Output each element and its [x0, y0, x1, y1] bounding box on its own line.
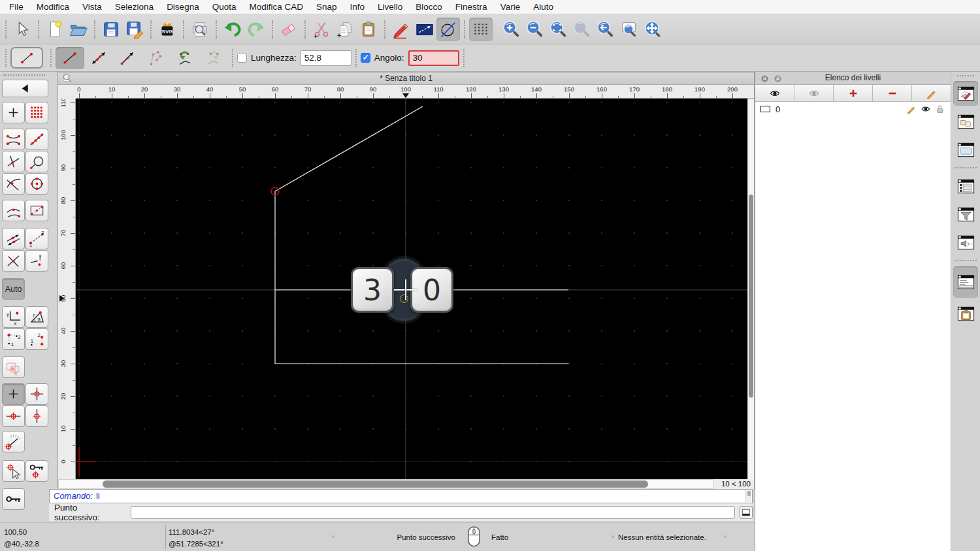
print-preview-button[interactable] — [188, 18, 212, 41]
menu-file[interactable]: File — [3, 2, 30, 12]
undock-icon[interactable] — [773, 74, 783, 84]
zoom-window-button[interactable] — [617, 18, 640, 41]
relative-corner-1-button[interactable]: 12 — [2, 328, 25, 350]
menu-vista[interactable]: Vista — [76, 2, 108, 12]
snap-center-button[interactable] — [25, 173, 48, 195]
dock-block-list-button[interactable] — [953, 109, 978, 134]
delete-entities-button[interactable] — [277, 18, 301, 41]
snap-relative-zero-button[interactable] — [2, 460, 25, 482]
restrict-orthogonal-button[interactable] — [25, 383, 48, 405]
polyline-button[interactable] — [142, 47, 171, 69]
snap-nearest-button[interactable] — [2, 200, 25, 221]
command-history-scrollbar[interactable] — [745, 490, 751, 502]
line-angle-button[interactable] — [84, 47, 113, 69]
pen-attributes-button[interactable] — [389, 18, 413, 41]
dock-entity-list-button[interactable] — [953, 174, 978, 198]
snap-distance-button[interactable]: 12 — [25, 228, 48, 249]
angle-checkbox[interactable] — [361, 53, 370, 63]
zoom-in-button[interactable] — [499, 18, 523, 41]
back-button[interactable] — [2, 80, 48, 97]
layer-lock-icon[interactable] — [935, 104, 945, 114]
menu-seleziona[interactable]: Seleziona — [108, 2, 160, 12]
save-document-as-button[interactable] — [123, 18, 146, 41]
command-input[interactable] — [131, 506, 736, 519]
paste-button[interactable] — [357, 18, 380, 41]
draw-order-button[interactable] — [436, 18, 460, 41]
edit-layer-button[interactable] — [912, 85, 951, 101]
layer-row[interactable]: 0 — [755, 102, 951, 116]
set-relative-zero-button[interactable] — [2, 431, 25, 452]
lock-relative-zero-button[interactable] — [25, 460, 48, 482]
angle-input[interactable] — [408, 50, 459, 66]
vertical-scrollbar[interactable] — [747, 99, 754, 479]
menu-livello[interactable]: Livello — [371, 2, 409, 12]
grid-toggle-button[interactable] — [469, 18, 493, 41]
close-icon[interactable] — [760, 74, 770, 84]
line-two-points-button[interactable] — [56, 47, 84, 69]
snap-auto-button[interactable]: Auto — [2, 278, 25, 300]
drawing-canvas[interactable]: 3 0 — [76, 99, 747, 479]
menu-varie[interactable]: Varie — [494, 2, 527, 12]
unlock-relative-zero-button[interactable] — [2, 488, 25, 510]
snap-free-button[interactable] — [2, 102, 25, 123]
snap-circle-button[interactable] — [25, 151, 48, 172]
open-document-button[interactable] — [67, 18, 90, 41]
menu-disegna[interactable]: Disegna — [160, 2, 206, 12]
layer-visibility-icon[interactable] — [921, 104, 931, 114]
restrict-vertical-button[interactable] — [25, 405, 48, 427]
horizontal-scrollbar-thumb[interactable] — [103, 480, 648, 488]
document-titlebar[interactable]: * Senza titolo 1 — [58, 72, 754, 85]
length-input[interactable] — [301, 50, 351, 66]
relative-corner-2-button[interactable]: 12 — [25, 328, 48, 350]
show-all-layers-button[interactable] — [755, 85, 794, 101]
cut-button[interactable] — [310, 18, 333, 41]
snap-grid-button[interactable] — [25, 102, 48, 123]
restrict-nothing-button[interactable] — [2, 383, 25, 405]
line-horizontal-button[interactable] — [113, 47, 142, 69]
menu-finestra[interactable]: Finestra — [449, 2, 494, 12]
menu-blocco[interactable]: Blocco — [409, 2, 449, 12]
snap-endpoints-button[interactable] — [2, 129, 25, 150]
menu-modifica-cad[interactable]: Modifica CAD — [242, 2, 310, 12]
dock-notifications-button[interactable] — [953, 230, 978, 255]
length-checkbox[interactable] — [237, 53, 247, 63]
entity-attributes-button[interactable] — [413, 18, 436, 41]
dock-entity-filter-button[interactable] — [953, 202, 978, 227]
new-document-button[interactable] — [43, 18, 67, 41]
hide-all-layers-button[interactable] — [794, 85, 834, 101]
snap-intersection-button[interactable] — [2, 250, 25, 272]
zoom-previous-button[interactable] — [593, 18, 617, 41]
zoom-auto-button[interactable] — [546, 18, 570, 41]
menu-aiuto[interactable]: Aiuto — [527, 2, 560, 12]
dock-clipboard-button[interactable] — [953, 301, 978, 326]
dock-layer-list-button[interactable] — [953, 81, 978, 106]
menu-quota[interactable]: Quota — [206, 2, 243, 12]
snap-middle-button[interactable] — [2, 228, 25, 249]
zoom-out-button[interactable] — [523, 18, 546, 41]
zoom-pan-button[interactable] — [640, 18, 664, 41]
save-document-button[interactable] — [99, 18, 123, 41]
dock-library-browser-button[interactable] — [953, 137, 978, 162]
menu-snap[interactable]: Snap — [310, 2, 344, 12]
redo-button[interactable] — [244, 18, 268, 41]
snap-in-box-button[interactable] — [25, 200, 48, 221]
snap-perpendicular-button[interactable] — [2, 151, 25, 172]
coord-cartesian-button[interactable]: yx — [2, 306, 25, 328]
keyboard-toggle-button[interactable] — [740, 506, 753, 519]
dock-command-line-button[interactable] — [953, 266, 978, 298]
remove-layer-button[interactable] — [873, 85, 912, 101]
horizontal-scrollbar[interactable] — [58, 479, 713, 489]
snap-tangent-button[interactable] — [2, 173, 25, 195]
export-svg-button[interactable]: SVG — [155, 18, 179, 41]
snap-on-entity-button[interactable] — [25, 129, 48, 150]
undo-button[interactable] — [221, 18, 244, 41]
edit-layer-icon[interactable] — [906, 104, 917, 114]
redo-segment-button[interactable] — [199, 47, 228, 69]
menu-modifica[interactable]: Modifica — [30, 2, 76, 12]
snap-intersection-manual-button[interactable]: ! — [25, 250, 48, 272]
coord-polar-button[interactable]: ra — [25, 306, 48, 328]
copy-button[interactable] — [333, 18, 357, 41]
restrict-horizontal-button[interactable] — [2, 405, 25, 427]
select-button[interactable] — [10, 18, 34, 41]
add-layer-button[interactable] — [834, 85, 873, 101]
